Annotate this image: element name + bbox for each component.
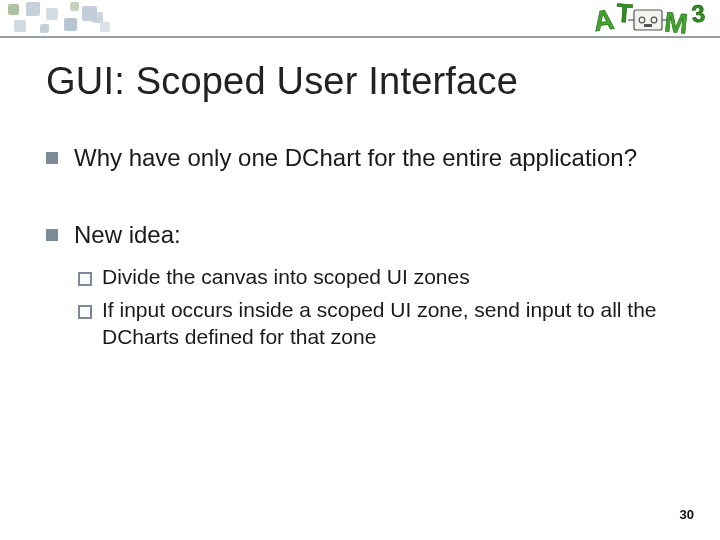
svg-text:M: M [663,6,689,39]
sub-bullet-item: If input occurs inside a scoped UI zone,… [74,297,674,351]
deco-square [70,2,79,11]
sub-bullet-item: Divide the canvas into scoped UI zones [74,264,674,291]
sub-bullet-list: Divide the canvas into scoped UI zones I… [74,264,674,351]
deco-square [8,4,19,15]
bullet-item: Why have only one DChart for the entire … [46,143,674,174]
svg-text:3: 3 [690,0,706,27]
deco-square [14,20,26,32]
page-number: 30 [680,507,694,522]
svg-text:T: T [615,0,633,29]
slide-title: GUI: Scoped User Interface [46,60,674,103]
deco-square [26,2,40,16]
deco-square [40,24,49,33]
bullet-item: New idea: Divide the canvas into scoped … [46,220,674,351]
deco-square [100,22,110,32]
svg-text:A: A [594,4,616,38]
deco-square [64,18,77,31]
bullet-text: Why have only one DChart for the entire … [74,144,637,171]
bullet-list: Why have only one DChart for the entire … [46,143,674,351]
logo: A T M 3 [594,0,714,40]
slide-content: GUI: Scoped User Interface Why have only… [46,60,674,397]
deco-square [92,12,103,23]
bullet-text: New idea: [74,221,181,248]
svg-rect-9 [644,24,652,27]
deco-square [46,8,58,20]
